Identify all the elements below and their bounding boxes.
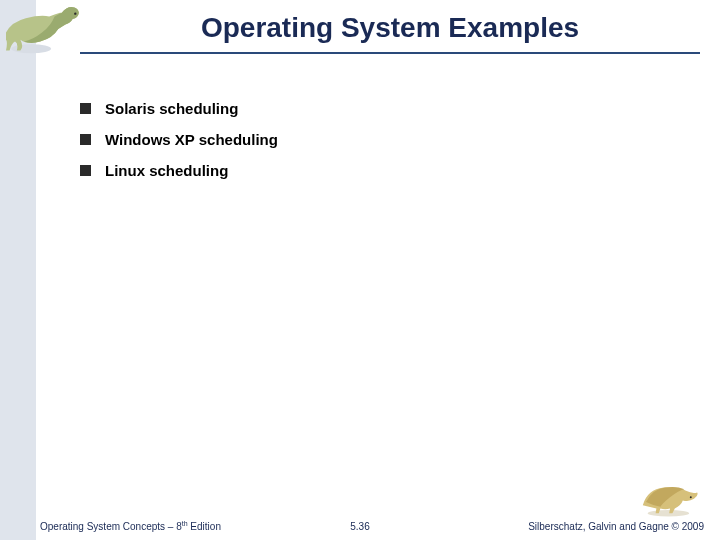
list-item: Linux scheduling	[80, 162, 680, 179]
svg-point-3	[690, 496, 692, 498]
slide: Operating System Examples Solaris schedu…	[0, 0, 720, 540]
bullet-square-icon	[80, 134, 91, 145]
page-title: Operating System Examples	[80, 6, 700, 52]
bullet-text: Solaris scheduling	[105, 100, 238, 117]
footer: Operating System Concepts – 8th Edition …	[0, 510, 720, 534]
bullet-text: Windows XP scheduling	[105, 131, 278, 148]
header: Operating System Examples	[80, 6, 700, 54]
sidebar-strip	[0, 0, 36, 540]
bullet-square-icon	[80, 103, 91, 114]
list-item: Windows XP scheduling	[80, 131, 680, 148]
bullet-text: Linux scheduling	[105, 162, 228, 179]
title-rule	[80, 52, 700, 54]
bullet-square-icon	[80, 165, 91, 176]
list-item: Solaris scheduling	[80, 100, 680, 117]
content-area: Solaris scheduling Windows XP scheduling…	[80, 100, 680, 193]
svg-point-1	[74, 13, 76, 15]
dinosaur-icon	[6, 2, 96, 56]
footer-copyright: Silberschatz, Galvin and Gagne © 2009	[528, 521, 704, 532]
